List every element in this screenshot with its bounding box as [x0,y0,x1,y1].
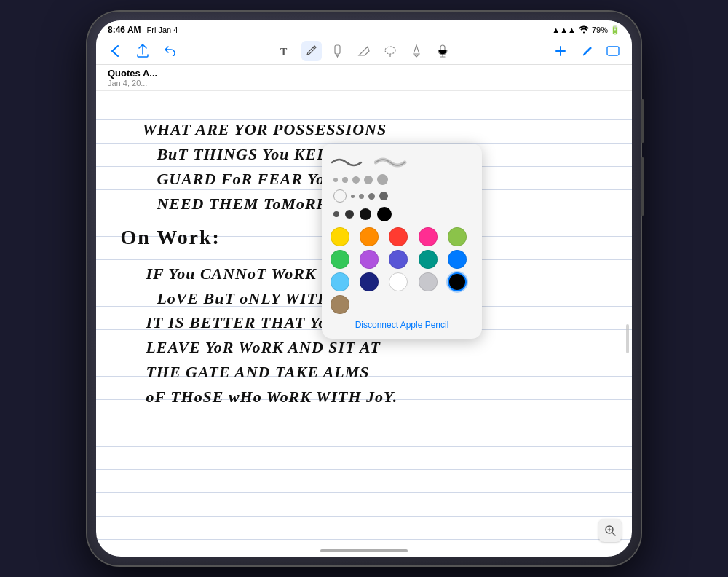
size-sm[interactable] [342,177,348,183]
status-date: Fri Jan 4 [147,25,178,34]
svg-rect-4 [607,47,619,55]
marker-tool[interactable] [328,41,348,61]
status-bar: 8:46 AM Fri Jan 4 ▲▲▲ 79% 🔋 [96,20,632,38]
status-time: 8:46 AM [108,25,141,35]
markup-button[interactable] [577,41,597,61]
dot-md[interactable] [368,193,375,200]
note-body[interactable]: WHAT ARE YOR POSSESSIONS BuT THINGS You … [96,91,632,557]
stroke-outline[interactable] [374,152,411,170]
add-button[interactable] [550,41,571,61]
size-xs[interactable] [333,178,338,182]
dot-lg[interactable] [379,192,388,200]
dot-size-row-1 [331,174,473,185]
lasso-tool[interactable] [380,41,400,61]
note-header: Quotes A... Jan 4, 20... [96,65,632,91]
stroke-wavy[interactable] [331,152,367,170]
pencil-tool[interactable] [406,41,427,61]
home-indicator [320,549,408,552]
note-title: Quotes A... [108,68,620,79]
svg-line-17 [612,533,615,535]
dot-size-row-3 [331,207,473,221]
color-blue[interactable] [448,250,467,269]
color-purple[interactable] [389,250,408,269]
dot-size-row-2 [331,189,473,203]
color-purple-light[interactable] [360,250,379,269]
volume-button[interactable] [641,157,644,216]
wifi-icon [579,25,589,35]
stroke-style-row [331,152,473,170]
color-white[interactable] [389,272,408,291]
color-indigo[interactable] [360,272,379,291]
undo-button[interactable] [160,41,181,61]
color-black[interactable] [448,272,467,291]
color-blue-light[interactable] [331,272,349,291]
back-button[interactable] [105,41,125,61]
power-button[interactable] [641,99,644,143]
svg-text:WHAT ARE YOR POSSESSIONS: WHAT ARE YOR POSSESSIONS [142,120,387,138]
svg-point-2 [385,47,395,54]
share-button[interactable] [132,41,153,61]
mic-tool[interactable] [432,41,453,61]
eraser-tool[interactable] [354,41,374,61]
scroll-indicator [626,324,629,353]
note-date: Jan 4, 20... [108,79,620,87]
color-lime[interactable] [448,227,467,246]
color-teal[interactable] [419,250,438,269]
ipad-device: 8:46 AM Fri Jan 4 ▲▲▲ 79% 🔋 [87,12,641,565]
svg-text:THE GATE AND TAKE ALMS: THE GATE AND TAKE ALMS [146,363,369,381]
color-green[interactable] [331,250,349,269]
svg-text:T: T [280,47,288,58]
color-pink[interactable] [419,227,438,246]
color-red[interactable] [389,227,408,246]
filled-md[interactable] [345,210,354,219]
size-xl[interactable] [377,174,388,185]
color-orange[interactable] [360,227,379,246]
color-grid [331,227,473,314]
ipad-screen: 8:46 AM Fri Jan 4 ▲▲▲ 79% 🔋 [96,20,632,557]
svg-text:LEAVE YoR WoRK AND SIT AT: LEAVE YoR WoRK AND SIT AT [145,338,381,356]
svg-text:On Work:: On Work: [121,226,221,248]
zoom-button[interactable] [598,519,622,542]
filled-lg[interactable] [360,208,371,220]
disconnect-pencil-button[interactable]: Disconnect Apple Pencil [331,320,473,330]
drawing-toolbar: T [96,38,632,65]
color-picker-popup: Disconnect Apple Pencil [322,144,482,339]
dot-sm[interactable] [359,194,364,199]
dot-xs[interactable] [351,195,355,198]
view-button[interactable] [603,41,623,61]
color-brown[interactable] [331,295,349,314]
color-light-gray[interactable] [419,272,438,291]
stroke-options [331,152,473,221]
battery-icon: 79% 🔋 [592,25,620,35]
size-lg[interactable] [364,176,373,184]
text-tool[interactable]: T [275,41,296,61]
size-md[interactable] [352,176,360,184]
svg-rect-1 [335,45,340,54]
svg-text:oF THoSE wHo WoRK WITH JoY.: oF THoSE wHo WoRK WITH JoY. [146,388,397,406]
circle-xs[interactable] [333,189,347,203]
filled-sm[interactable] [333,211,339,217]
status-icons: ▲▲▲ 79% 🔋 [552,25,620,35]
pen-tool[interactable] [301,41,322,61]
signal-icon: ▲▲▲ [552,25,576,34]
filled-xl[interactable] [377,207,392,221]
color-yellow[interactable] [331,227,349,246]
